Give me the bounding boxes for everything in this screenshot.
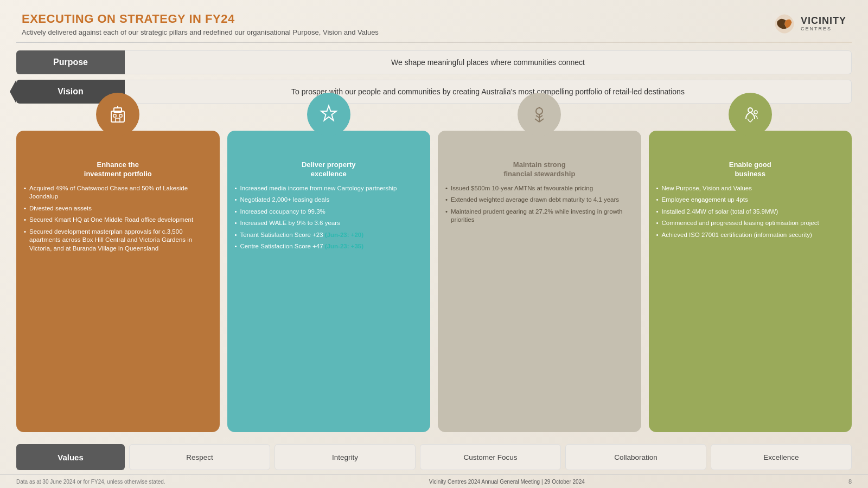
pillar-business: Enable goodbusiness New Purpose, Vision … xyxy=(649,109,852,439)
value-excellence: Excellence xyxy=(711,444,852,470)
bullet-item: Maintained prudent gearing at 27.2% whil… xyxy=(445,208,634,224)
value-collaboration: Collaboration xyxy=(565,444,706,470)
bullet-item: Increased WALE by 9% to 3.6 years xyxy=(235,219,423,228)
svg-marker-6 xyxy=(321,106,336,120)
svg-line-10 xyxy=(535,119,539,122)
building-icon xyxy=(107,104,129,125)
value-integrity: Integrity xyxy=(275,444,416,470)
pillar-2-icon-circle xyxy=(307,93,350,136)
pillar-4-bullets: New Purpose, Vision and Values Employee … xyxy=(656,184,845,240)
purpose-row: Purpose We shape meaningful places where… xyxy=(16,50,852,74)
svg-rect-5 xyxy=(116,118,120,122)
pillar-3-title: Maintain strongfinancial stewardship xyxy=(445,160,634,179)
logo-centres-text: CENTRES xyxy=(801,27,846,32)
logo-text: VICINITY CENTRES xyxy=(801,16,846,32)
bullet-item: Acquired 49% of Chatswood Chase and 50% … xyxy=(24,184,212,201)
page-subtitle: Actively delivered against each of our s… xyxy=(22,28,379,36)
pillar-1-title: Enhance theinvestment portfolio xyxy=(24,160,212,179)
bullet-item: Increased media income from new Cartolog… xyxy=(235,184,423,193)
bullet-item: Centre Satisfaction Score +47 (Jun-23: +… xyxy=(235,242,423,251)
values-row: Values Respect Integrity Customer Focus … xyxy=(16,444,852,470)
page-title: EXECUTING ON STRATEGY IN FY24 xyxy=(22,12,379,26)
svg-rect-4 xyxy=(119,114,122,117)
svg-line-11 xyxy=(539,119,544,122)
pillar-2-title: Deliver propertyexcellence xyxy=(235,160,423,179)
highlight-jun23-2: (Jun-23: +35) xyxy=(325,243,363,249)
vision-row: Vision To prosper with our people and co… xyxy=(16,80,852,104)
svg-rect-3 xyxy=(113,114,116,117)
bullet-item: Commenced and progressed leasing optimis… xyxy=(656,219,845,228)
bullet-item: Secured Kmart HQ at One Middle Road offi… xyxy=(24,216,212,224)
pillar-1-icon-circle xyxy=(96,93,139,136)
bullet-item: Secured development masterplan approvals… xyxy=(24,228,212,253)
pillar-3-body: Maintain strongfinancial stewardship Iss… xyxy=(438,131,641,432)
bullet-item: Issued $500m 10-year AMTNs at favourable… xyxy=(445,184,634,193)
bullet-item: Negotiated 2,000+ leasing deals xyxy=(235,196,423,204)
logo-vicinity-text: VICINITY xyxy=(801,16,846,27)
bullet-item: New Purpose, Vision and Values xyxy=(656,184,845,193)
star-icon xyxy=(318,104,340,125)
pillar-3-icon-circle xyxy=(518,93,561,136)
svg-point-15 xyxy=(754,111,757,114)
vicinity-logo-icon xyxy=(773,12,796,36)
pillar-2-bullets: Increased media income from new Cartolog… xyxy=(235,184,423,251)
values-label: Values xyxy=(16,444,125,470)
pillar-1-body: Enhance theinvestment portfolio Acquired… xyxy=(16,131,220,432)
logo: VICINITY CENTRES xyxy=(773,12,846,36)
pillars-section: Enhance theinvestment portfolio Acquired… xyxy=(16,109,852,439)
pillar-3-bullets: Issued $500m 10-year AMTNs at favourable… xyxy=(445,184,634,224)
svg-point-14 xyxy=(748,108,752,112)
pillar-enhance: Enhance theinvestment portfolio Acquired… xyxy=(16,109,220,439)
header: EXECUTING ON STRATEGY IN FY24 Actively d… xyxy=(0,0,868,42)
main-content: Purpose We shape meaningful places where… xyxy=(0,43,868,474)
purpose-content: We shape meaningful places where communi… xyxy=(125,50,852,74)
bullet-item: Achieved ISO 27001 certification (inform… xyxy=(656,231,845,240)
bullet-item: Increased occupancy to 99.3% xyxy=(235,208,423,216)
pillar-4-title: Enable goodbusiness xyxy=(656,160,845,179)
page: EXECUTING ON STRATEGY IN FY24 Actively d… xyxy=(0,0,868,488)
purpose-label: Purpose xyxy=(16,50,125,74)
bullet-item: Divested seven assets xyxy=(24,204,212,213)
pillar-1-bullets: Acquired 49% of Chatswood Chase and 50% … xyxy=(24,184,212,253)
bullet-item: Extended weighted average drawn debt mat… xyxy=(445,196,634,204)
footer-meeting: Vicinity Centres 2024 Annual General Mee… xyxy=(429,479,585,485)
bullet-item: Installed 2.4MW of solar (total of 35.9M… xyxy=(656,208,845,216)
pillar-2-body: Deliver propertyexcellence Increased med… xyxy=(227,131,431,432)
value-respect: Respect xyxy=(129,444,270,470)
good-business-icon xyxy=(739,104,761,125)
value-customer-focus: Customer Focus xyxy=(420,444,561,470)
financial-icon xyxy=(528,104,550,125)
values-items: Respect Integrity Customer Focus Collabo… xyxy=(129,444,852,470)
pillar-4-icon-circle xyxy=(729,93,772,136)
pillar-4-body: Enable goodbusiness New Purpose, Vision … xyxy=(649,131,852,432)
footer-page: 8 xyxy=(848,478,852,485)
bullet-item: Employee engagement up 4pts xyxy=(656,196,845,204)
footer: Data as at 30 June 2024 or for FY24, unl… xyxy=(0,474,868,488)
header-left: EXECUTING ON STRATEGY IN FY24 Actively d… xyxy=(22,12,379,36)
bullet-item: Tenant Satisfaction Score +23 (Jun-23: +… xyxy=(235,231,423,240)
svg-point-7 xyxy=(536,108,542,114)
highlight-jun23-1: (Jun-23: +20) xyxy=(325,232,363,238)
pillar-financial: Maintain strongfinancial stewardship Iss… xyxy=(438,109,641,439)
pillar-property: Deliver propertyexcellence Increased med… xyxy=(227,109,431,439)
footer-note: Data as at 30 June 2024 or for FY24, unl… xyxy=(16,479,165,485)
